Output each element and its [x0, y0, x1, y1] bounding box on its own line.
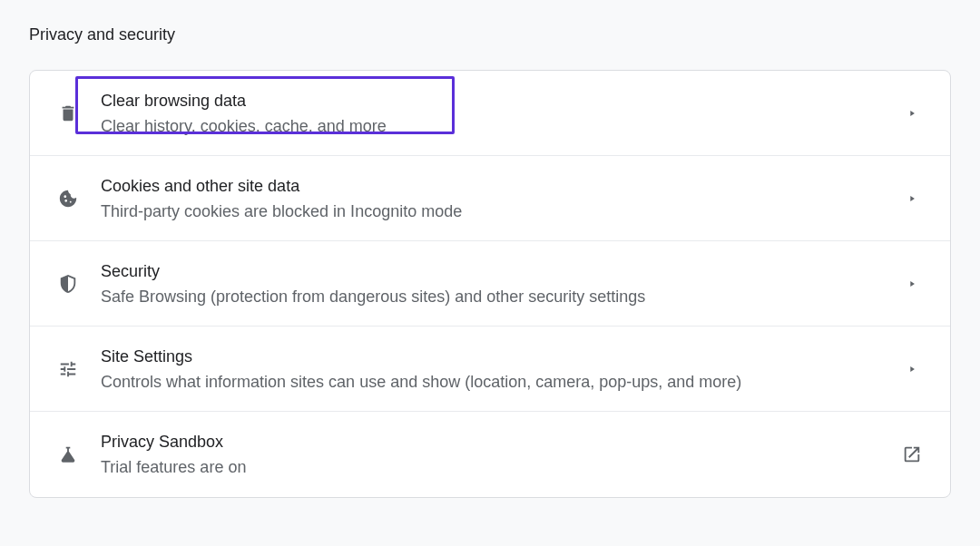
row-content: Security Safe Browsing (protection from …: [101, 260, 901, 307]
flask-icon: [57, 444, 79, 465]
trash-icon: [57, 102, 79, 124]
chevron-right-icon: [901, 188, 923, 210]
privacy-sandbox-row[interactable]: Privacy Sandbox Trial features are on: [30, 412, 950, 497]
site-settings-row[interactable]: Site Settings Controls what information …: [30, 327, 950, 412]
row-title: Privacy Sandbox: [101, 431, 901, 453]
chevron-right-icon: [901, 102, 923, 124]
row-title: Clear browsing data: [101, 90, 901, 112]
row-title: Cookies and other site data: [101, 175, 901, 197]
row-content: Cookies and other site data Third-party …: [101, 175, 901, 222]
section-title: Privacy and security: [29, 25, 951, 44]
row-title: Site Settings: [101, 346, 901, 367]
security-row[interactable]: Security Safe Browsing (protection from …: [30, 241, 950, 327]
cookies-row[interactable]: Cookies and other site data Third-party …: [30, 156, 950, 241]
row-subtitle: Trial features are on: [101, 456, 901, 478]
row-subtitle: Clear history, cookies, cache, and more: [101, 115, 901, 137]
row-subtitle: Safe Browsing (protection from dangerous…: [101, 286, 901, 307]
chevron-right-icon: [901, 273, 923, 295]
row-content: Privacy Sandbox Trial features are on: [101, 431, 901, 478]
open-in-new-icon: [901, 444, 923, 465]
row-subtitle: Third-party cookies are blocked in Incog…: [101, 200, 901, 222]
cookie-icon: [57, 188, 79, 210]
row-title: Security: [101, 260, 901, 282]
tune-icon: [57, 358, 79, 380]
row-subtitle: Controls what information sites can use …: [101, 371, 901, 393]
settings-card: Clear browsing data Clear history, cooki…: [29, 70, 951, 498]
shield-icon: [57, 273, 79, 295]
row-content: Clear browsing data Clear history, cooki…: [101, 90, 901, 137]
chevron-right-icon: [901, 358, 923, 380]
clear-browsing-data-row[interactable]: Clear browsing data Clear history, cooki…: [30, 71, 950, 156]
row-content: Site Settings Controls what information …: [101, 346, 901, 393]
